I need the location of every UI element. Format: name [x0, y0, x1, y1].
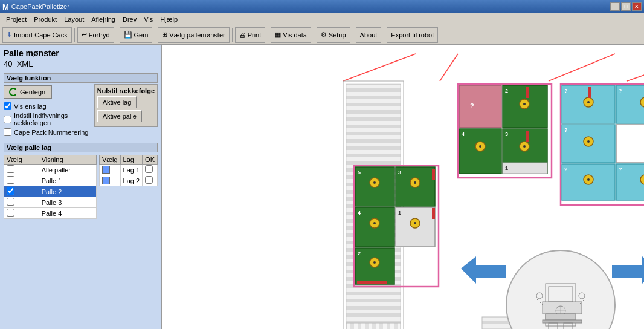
vis-ens-lag-row: Vis ens lag — [4, 102, 91, 110]
menu-produkt[interactable]: Produkt — [30, 15, 60, 24]
export-button[interactable]: Export til robot — [387, 27, 438, 43]
palle1-row[interactable]: Palle 1 — [4, 175, 97, 186]
col-vælg: Vælg — [4, 155, 39, 164]
toolbar-sep-7 — [353, 28, 353, 42]
fortryd-button[interactable]: ↩ Fortryd — [77, 27, 114, 43]
palle1-check[interactable] — [7, 176, 14, 184]
canvas-area: 5 3 4 1 — [162, 45, 644, 329]
indstil-row: Indstil indflyvnings rækkefølgen — [4, 112, 91, 126]
visdata-button[interactable]: ▦ Vis data — [271, 27, 311, 43]
toolbar-sep-1 — [74, 28, 75, 42]
svg-rect-17 — [432, 169, 435, 180]
gem-icon: 💾 — [124, 31, 132, 39]
svg-rect-56 — [588, 87, 591, 98]
about-button[interactable]: About — [356, 27, 382, 43]
svg-rect-33 — [459, 85, 501, 128]
menubar: Project Produkt Layout Aflejring Drev Vi… — [0, 13, 644, 25]
app-logo: M — [2, 2, 9, 11]
refresh-icon — [9, 88, 18, 96]
menu-drev[interactable]: Drev — [119, 15, 140, 24]
toolbar-sep-2 — [117, 28, 117, 42]
svg-point-70 — [587, 178, 590, 181]
svg-text:?: ? — [470, 102, 474, 109]
nulstil-box: Nulstil rækkefølge Aktive lag Aktive pal… — [94, 84, 158, 127]
col-visning: Visning — [39, 155, 96, 164]
toolbar-sep-5 — [268, 28, 268, 42]
cape-pack-row: Cape Pack Nummerering — [4, 128, 91, 136]
fortryd-icon: ↩ — [82, 31, 87, 39]
maximize-button[interactable]: □ — [621, 2, 631, 11]
toolbar-sep-4 — [232, 28, 233, 42]
svg-point-21 — [373, 222, 376, 224]
visualization-svg: 5 3 4 1 — [162, 45, 644, 329]
svg-rect-104 — [546, 314, 576, 320]
svg-point-47 — [523, 145, 526, 148]
svg-point-29 — [373, 261, 376, 264]
close-button[interactable]: ✕ — [632, 2, 642, 11]
lag-col-vælg: Vælg — [99, 155, 120, 164]
vælg-funktion-label: Vælg funktion — [4, 73, 158, 83]
svg-rect-105 — [543, 320, 582, 323]
svg-text:?: ? — [564, 88, 568, 94]
indstil-checkbox[interactable] — [4, 116, 11, 123]
lag2-ok[interactable] — [145, 176, 153, 184]
svg-rect-48 — [526, 131, 529, 142]
svg-text:3: 3 — [398, 169, 401, 175]
menu-project[interactable]: Project — [2, 15, 30, 24]
menu-vis[interactable]: Vis — [140, 15, 156, 24]
palle-list: Vælg Visning Alle paller Palle 1 — [4, 155, 97, 219]
palle2-check[interactable] — [7, 187, 14, 195]
cape-pack-checkbox[interactable] — [4, 128, 11, 136]
svg-point-25 — [414, 222, 416, 224]
menu-hjælp[interactable]: Hjælp — [156, 15, 181, 24]
lag-col-lag: Lag — [120, 155, 143, 164]
print-button[interactable]: 🖨 Print — [235, 27, 266, 43]
setup-button[interactable]: ⚙ Setup — [317, 27, 350, 43]
palle4-check[interactable] — [7, 209, 14, 217]
svg-rect-31 — [432, 208, 435, 219]
svg-point-55 — [587, 101, 590, 103]
svg-text:?: ? — [619, 88, 622, 94]
lag1-ok[interactable] — [145, 165, 153, 173]
svg-rect-39 — [526, 87, 529, 98]
aktive-palle-button[interactable]: Aktive palle — [97, 110, 142, 122]
import-button[interactable]: ⬇ Import Cape Cack — [2, 27, 72, 43]
app-title: CapePackPalletizer — [11, 3, 69, 10]
nulstil-label: Nulstil rækkefølge — [97, 87, 155, 94]
lag1-row[interactable]: Lag 1 — [99, 164, 157, 175]
vælg-palle-lag-label: Vælg palle lag — [4, 143, 158, 152]
lag2-color — [102, 177, 110, 184]
svg-text:?: ? — [564, 127, 568, 133]
toolbar-sep-3 — [155, 28, 155, 42]
gem-button[interactable]: 💾 Gem — [120, 27, 153, 43]
svg-point-43 — [479, 145, 481, 148]
palle2-row[interactable]: Palle 2 — [4, 186, 97, 197]
palle-lag-table: Vælg Visning Alle paller Palle 1 — [4, 155, 158, 219]
toolbar-sep-8 — [384, 28, 384, 42]
vis-ens-lag-checkbox[interactable] — [4, 102, 11, 110]
minimize-button[interactable]: ─ — [610, 2, 620, 11]
vælg-button[interactable]: ⊞ Vælg pallemønster — [158, 27, 229, 43]
lag-col-ok: OK — [143, 155, 158, 164]
svg-text:3: 3 — [505, 131, 508, 137]
menu-layout[interactable]: Layout — [60, 15, 88, 24]
palle3-check[interactable] — [7, 198, 14, 206]
alle-paller-check[interactable] — [7, 165, 14, 173]
pallet-center-top: ? 2 4 3 — [458, 84, 552, 178]
main-area: Palle mønster 40_XML Vælg funktion Gente… — [0, 45, 644, 329]
aktive-lag-button[interactable]: Aktive lag — [97, 96, 137, 108]
svg-text:4: 4 — [462, 131, 465, 137]
alle-paller-row[interactable]: Alle paller — [4, 164, 97, 175]
svg-text:1: 1 — [505, 165, 508, 171]
palle3-row[interactable]: Palle 3 — [4, 197, 97, 208]
lag2-row[interactable]: Lag 2 — [99, 175, 157, 186]
print-icon: 🖨 — [239, 31, 246, 39]
titlebar: M CapePackPalletizer ─ □ ✕ — [0, 0, 644, 13]
palle4-row[interactable]: Palle 4 — [4, 208, 97, 219]
left-panel: Palle mønster 40_XML Vælg funktion Gente… — [0, 45, 162, 329]
lag1-color — [102, 166, 110, 174]
menu-aflejring[interactable]: Aflejring — [88, 15, 119, 24]
gentegn-button[interactable]: Gentegn — [4, 85, 52, 99]
setup-icon: ⚙ — [321, 31, 327, 39]
svg-point-38 — [523, 103, 526, 105]
